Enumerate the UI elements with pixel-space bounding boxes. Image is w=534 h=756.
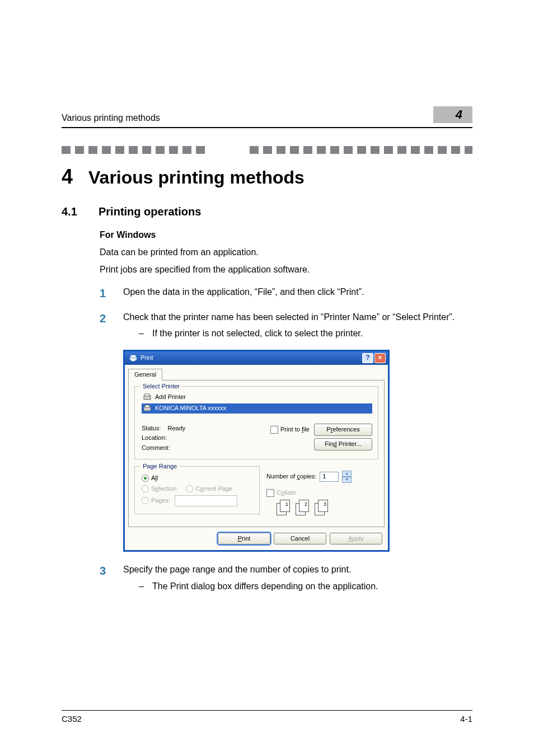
chapter-number: 4	[62, 165, 73, 189]
preferences-button[interactable]: Preferences	[314, 424, 372, 436]
collate-stack: 2 2	[296, 500, 310, 515]
checkbox-icon	[270, 426, 278, 434]
printer-icon	[129, 354, 137, 362]
sheet-icon: 3	[318, 500, 328, 512]
running-header: Various printing methods 4	[62, 39, 472, 126]
printer-meta-left: Status: Ready Location: Comment:	[142, 424, 185, 453]
header-rule	[62, 127, 472, 128]
pages-input	[175, 495, 237, 506]
dash-icon: –	[139, 327, 144, 340]
radio-pages: Pages:	[142, 495, 254, 506]
step-item: 1 Open the data in the application, “Fil…	[100, 285, 472, 302]
radio-selection: Selection Current Page	[142, 485, 254, 494]
copies-input[interactable]: 1	[320, 472, 339, 482]
tab-panel: Select Printer Add Printer K	[128, 380, 385, 527]
tab-general[interactable]: General	[128, 369, 162, 381]
comment-label: Comment:	[142, 443, 185, 453]
close-button[interactable]: ×	[374, 353, 386, 363]
document-page: Various printing methods 4 4 Various pri…	[0, 0, 534, 756]
collate-illustration: 1 1 2 2 3	[277, 500, 378, 515]
svg-rect-4	[145, 394, 149, 396]
page-range-group: Page Range All Selection	[134, 466, 260, 514]
step-item: 3 Specify the page range and the number …	[100, 563, 472, 594]
printer-icon	[143, 404, 152, 413]
location-label: Location:	[142, 433, 185, 443]
printer-meta-right: Print to file Preferences Find Printer..…	[270, 424, 372, 450]
sub-step: – If the printer is not selected, click …	[139, 327, 472, 340]
sheet-icon: 2	[299, 500, 309, 512]
print-dialog-figure: Print ? × General Select Printer	[123, 350, 472, 552]
printer-meta-row: Status: Ready Location: Comment:	[142, 424, 372, 453]
chapter-title: Various printing methods	[88, 167, 305, 188]
radio-icon	[142, 497, 149, 504]
group-label: Select Printer	[140, 382, 182, 391]
status-value: Ready	[167, 425, 185, 431]
chapter-heading: 4 Various printing methods	[62, 165, 472, 189]
status-label: Status:	[142, 425, 161, 431]
section-title: Printing operations	[99, 205, 201, 218]
section-heading: 4.1 Printing operations	[62, 205, 472, 218]
footer-right: 4-1	[460, 714, 472, 724]
footer-left: C352	[62, 714, 82, 724]
dialog-title-bar: Print ? ×	[125, 351, 388, 365]
svg-rect-6	[145, 405, 149, 407]
lower-row: Page Range All Selection	[134, 466, 378, 521]
step-text-span: Check that the printer name has been sel…	[123, 312, 455, 322]
printer-item-label: KONICA MINOLTA xxxxxx	[155, 404, 226, 413]
step-text-span: Specify the page range and the number of…	[123, 565, 351, 574]
select-printer-group: Select Printer Add Printer K	[134, 386, 378, 459]
radio-icon	[186, 485, 193, 492]
chevron-down-icon: ▼	[342, 477, 352, 483]
print-to-file-check[interactable]: Print to file	[270, 425, 310, 434]
collate-stack: 3 3	[315, 500, 329, 515]
svg-rect-2	[132, 359, 135, 361]
checkbox-icon	[266, 489, 274, 497]
printer-item-label: Add Printer	[155, 393, 186, 402]
section-number: 4.1	[62, 205, 83, 218]
sheet-icon: 1	[280, 500, 290, 512]
collate-stack: 1 1	[277, 500, 291, 515]
page-footer: C352 4-1	[62, 710, 472, 724]
copies-row: Number of copies: 1 ▲▼	[266, 471, 378, 483]
apply-button: Apply	[330, 533, 382, 545]
dialog-footer: Print Cancel Apply	[128, 527, 385, 547]
sub-step-text: If the printer is not selected, click to…	[152, 327, 363, 340]
printer-item-selected[interactable]: KONICA MINOLTA xxxxxx	[142, 403, 372, 414]
add-printer-icon	[143, 393, 152, 402]
dash-icon: –	[139, 580, 144, 593]
radio-all[interactable]: All	[142, 474, 254, 483]
chevron-up-icon: ▲	[342, 471, 352, 477]
radio-icon	[142, 475, 149, 482]
running-header-text: Various printing methods	[62, 113, 160, 123]
sub-step-text: The Print dialog box differs depending o…	[152, 580, 378, 593]
step-item: 2 Check that the printer name has been s…	[100, 311, 472, 555]
group-label: Page Range	[140, 462, 179, 471]
step-number: 1	[100, 285, 111, 302]
step-text: Specify the page range and the number of…	[123, 563, 472, 594]
content-body: For Windows Data can be printed from an …	[100, 228, 472, 595]
copies-spinner[interactable]: ▲▼	[342, 471, 352, 483]
paragraph: Data can be printed from an application.	[100, 246, 472, 259]
step-number: 2	[100, 311, 111, 555]
collate-check: Collate	[266, 489, 378, 497]
paragraph: Print jobs are specified from the applic…	[100, 263, 472, 276]
sub-step: – The Print dialog box differs depending…	[139, 580, 472, 593]
help-button[interactable]: ?	[362, 353, 373, 363]
step-text: Open the data in the application, “File”…	[123, 285, 472, 302]
printer-item-add[interactable]: Add Printer	[142, 392, 372, 402]
dialog-body: General Select Printer Add Printer	[125, 365, 388, 551]
print-button[interactable]: Print	[218, 533, 270, 545]
find-printer-button[interactable]: Find Printer...	[314, 438, 372, 450]
printer-list[interactable]: Add Printer KONICA MINOLTA xxxxxx	[142, 392, 372, 414]
step-text: Check that the printer name has been sel…	[123, 311, 472, 555]
dialog-title: Print	[140, 354, 153, 363]
svg-rect-0	[131, 355, 136, 358]
step-number: 3	[100, 563, 111, 594]
cancel-button[interactable]: Cancel	[274, 533, 326, 545]
decorative-stripes	[62, 146, 472, 154]
print-dialog: Print ? × General Select Printer	[123, 350, 390, 552]
copies-column: Number of copies: 1 ▲▼ Collate	[266, 466, 378, 521]
radio-icon	[142, 485, 149, 492]
sub-heading: For Windows	[100, 228, 472, 241]
chapter-badge: 4	[433, 106, 472, 123]
